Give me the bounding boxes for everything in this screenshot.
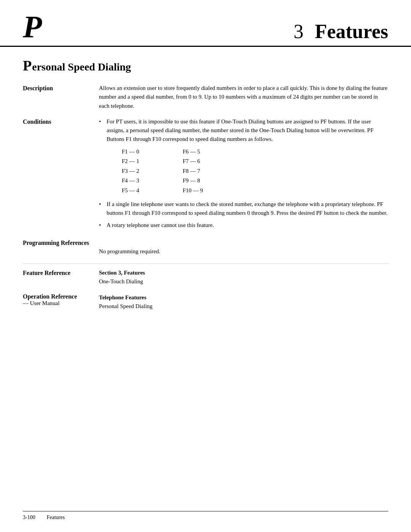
f10-9: F10 — 9	[183, 186, 228, 196]
page: P 3 Features Personal Speed Dialing Desc…	[0, 0, 411, 532]
operation-reference-sublabel: — User Manual	[23, 300, 99, 307]
conditions-content: • For PT users, it is impossible to use …	[99, 117, 388, 233]
header-title: Features	[315, 20, 388, 43]
feature-reference-label: Feature Reference	[23, 268, 99, 286]
header-letter: P	[23, 11, 42, 43]
operation-reference-text: Personal Speed Dialing	[99, 302, 388, 311]
title-large-letter: P	[23, 58, 32, 73]
f8-7: F8 — 7	[183, 166, 228, 176]
f-table: F1 — 0 F6 — 5 F2 — 1 F7 — 6 F3 — 2 F8 — …	[122, 147, 388, 196]
title-rest: ersonal Speed Dialing	[32, 61, 131, 73]
programming-references-section: Programming References No programming re…	[23, 240, 388, 256]
f1-0: F1 — 0	[122, 147, 167, 157]
programming-references-label: Programming References	[23, 240, 388, 246]
f4-3: F4 — 3	[122, 176, 167, 186]
conditions-label: Conditions	[23, 117, 99, 233]
f6-5: F6 — 5	[183, 147, 228, 157]
f5-4: F5 — 4	[122, 186, 167, 196]
description-label: Description	[23, 84, 99, 110]
header: P 3 Features	[0, 0, 411, 47]
f7-6: F7 — 6	[183, 157, 228, 166]
f2-1: F2 — 1	[122, 157, 167, 166]
description-section: Description Allows an extension user to …	[23, 84, 388, 110]
footer-label: Features	[47, 514, 65, 521]
feature-reference-text: One-Touch Dialing	[99, 277, 388, 286]
conditions-bullet-2-text: If a single line telephone user wants to…	[107, 200, 388, 218]
conditions-bullet-2: • If a single line telephone user wants …	[99, 200, 388, 218]
f-table-row-3: F3 — 2 F8 — 7	[122, 166, 388, 176]
conditions-bullet-1-text: For PT users, it is impossible to use th…	[107, 117, 388, 144]
programming-references-text: No programming required.	[23, 247, 388, 256]
conditions-bullet-3-text: A rotary telephone user cannot use this …	[107, 221, 214, 230]
operation-reference-subheading: Telephone Features	[99, 293, 388, 302]
footer: 3-100 Features	[23, 511, 388, 521]
operation-reference-label-block: Operation Reference — User Manual	[23, 293, 99, 311]
feature-reference-section: Feature Reference Section 3, Features On…	[23, 264, 388, 286]
f-table-row-2: F2 — 1 F7 — 6	[122, 157, 388, 166]
feature-reference-subheading: Section 3, Features	[99, 268, 388, 277]
feature-reference-content: Section 3, Features One-Touch Dialing	[99, 268, 388, 286]
conditions-bullet-1: • For PT users, it is impossible to use …	[99, 117, 388, 144]
bullet-symbol-1: •	[99, 117, 105, 126]
main-content: Personal Speed Dialing Description Allow…	[0, 58, 411, 311]
header-right: 3 Features	[293, 20, 388, 43]
conditions-bullet-3: • A rotary telephone user cannot use thi…	[99, 221, 388, 230]
f-table-row-4: F4 — 3 F9 — 8	[122, 176, 388, 186]
header-number: 3	[293, 20, 303, 43]
description-text: Allows an extension user to store freque…	[99, 84, 388, 110]
operation-reference-section: Operation Reference — User Manual Teleph…	[23, 293, 388, 311]
page-title: Personal Speed Dialing	[23, 58, 388, 73]
bullet-symbol-2: •	[99, 200, 105, 209]
bullet-symbol-3: •	[99, 221, 105, 230]
f-table-row-5: F5 — 4 F10 — 9	[122, 186, 388, 196]
f-table-row-1: F1 — 0 F6 — 5	[122, 147, 388, 157]
footer-page: 3-100	[23, 514, 35, 521]
f9-8: F9 — 8	[183, 176, 228, 186]
operation-reference-content: Telephone Features Personal Speed Dialin…	[99, 293, 388, 311]
f3-2: F3 — 2	[122, 166, 167, 176]
conditions-section: Conditions • For PT users, it is impossi…	[23, 117, 388, 233]
operation-reference-label: Operation Reference	[23, 293, 99, 300]
